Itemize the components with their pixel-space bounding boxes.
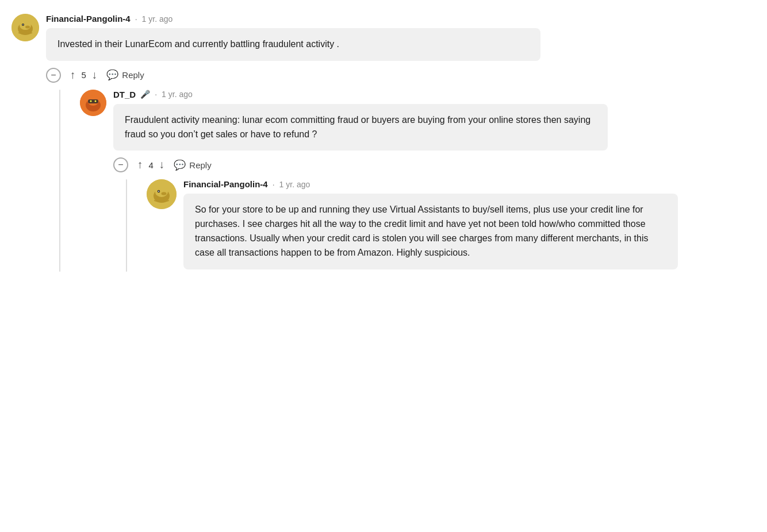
reply-button[interactable]: 💬 Reply xyxy=(106,69,144,81)
comment-header: Financial-Pangolin-4 · 1 yr. ago xyxy=(46,14,756,24)
comment-item: DT_D 🎤 · 1 yr. ago Fraudulent activity m… xyxy=(80,90,756,151)
thread-line-2 xyxy=(126,179,127,271)
reply-label: Reply xyxy=(189,160,211,170)
downvote-icon: ↓ xyxy=(159,159,165,171)
username: Financial-Pangolin-4 xyxy=(183,179,268,189)
upvote-icon: ↑ xyxy=(137,159,143,171)
dt-avatar-svg xyxy=(80,90,106,116)
svg-point-19 xyxy=(162,192,167,196)
avatar xyxy=(11,14,39,41)
svg-point-5 xyxy=(25,26,30,29)
reply-icon: 💬 xyxy=(174,159,186,171)
svg-point-12 xyxy=(95,100,97,102)
collapse-button[interactable]: − xyxy=(113,157,128,172)
comment-content: Financial-Pangolin-4 · 1 yr. ago So for … xyxy=(183,179,756,269)
pangolin-avatar-sm-svg xyxy=(147,179,177,209)
reply-button[interactable]: 💬 Reply xyxy=(174,159,211,171)
comment-content: DT_D 🎤 · 1 yr. ago Fraudulent activity m… xyxy=(113,90,756,151)
upvote-button[interactable]: ↑ xyxy=(69,68,77,83)
nested-content-2: Financial-Pangolin-4 · 1 yr. ago So for … xyxy=(147,179,756,271)
timestamp: 1 yr. ago xyxy=(162,90,193,99)
svg-point-18 xyxy=(158,191,159,192)
svg-rect-13 xyxy=(89,107,97,110)
comment-item: Financial-Pangolin-4 · 1 yr. ago So for … xyxy=(147,179,756,269)
vote-section: ↑ 4 ↓ xyxy=(136,157,166,172)
comment-actions-1: − ↑ 5 ↓ 💬 Reply xyxy=(46,63,756,90)
comment-bubble: So for your store to be up and running t… xyxy=(183,194,678,269)
vote-count: 5 xyxy=(82,70,86,80)
username: DT_D xyxy=(113,90,136,99)
comment-thread: Financial-Pangolin-4 · 1 yr. ago Investe… xyxy=(11,14,756,272)
comment-bubble: Fraudulent activity meaning: lunar ecom … xyxy=(113,104,608,151)
thread-line-1 xyxy=(59,90,60,272)
reply-label: Reply xyxy=(122,70,144,80)
upvote-icon: ↑ xyxy=(70,69,76,82)
username: Financial-Pangolin-4 xyxy=(46,14,131,24)
collapse-button[interactable]: − xyxy=(46,68,61,83)
collapse-icon: − xyxy=(118,160,123,170)
comment-item: Financial-Pangolin-4 · 1 yr. ago Investe… xyxy=(11,14,756,61)
svg-point-11 xyxy=(90,100,92,102)
comment-content: Financial-Pangolin-4 · 1 yr. ago Investe… xyxy=(46,14,756,61)
nested-level-1: DT_D 🎤 · 1 yr. ago Fraudulent activity m… xyxy=(11,90,756,272)
timestamp: 1 yr. ago xyxy=(279,180,310,189)
timestamp: 1 yr. ago xyxy=(142,14,173,24)
mic-icon: 🎤 xyxy=(140,90,150,99)
comment-actions-2: − ↑ 4 ↓ 💬 Reply xyxy=(113,153,756,179)
downvote-icon: ↓ xyxy=(92,69,98,82)
upvote-button[interactable]: ↑ xyxy=(136,157,144,172)
pangolin-avatar-svg xyxy=(11,14,39,41)
vote-count: 4 xyxy=(149,160,154,170)
comment-bubble: Invested in their LunarEcom and currentl… xyxy=(46,28,540,61)
svg-point-4 xyxy=(22,24,24,25)
nested-level-2: Financial-Pangolin-4 · 1 yr. ago So for … xyxy=(80,179,756,271)
comment-header: DT_D 🎤 · 1 yr. ago xyxy=(113,90,756,99)
downvote-button[interactable]: ↓ xyxy=(158,157,166,172)
avatar xyxy=(80,90,106,116)
collapse-icon: − xyxy=(51,70,56,80)
svg-rect-10 xyxy=(88,99,98,103)
vote-section: ↑ 5 ↓ xyxy=(69,68,98,83)
nested-content-1: DT_D 🎤 · 1 yr. ago Fraudulent activity m… xyxy=(80,90,756,272)
reply-icon: 💬 xyxy=(106,69,118,81)
comment-header: Financial-Pangolin-4 · 1 yr. ago xyxy=(183,179,756,189)
downvote-button[interactable]: ↓ xyxy=(91,68,99,83)
avatar xyxy=(147,179,177,209)
